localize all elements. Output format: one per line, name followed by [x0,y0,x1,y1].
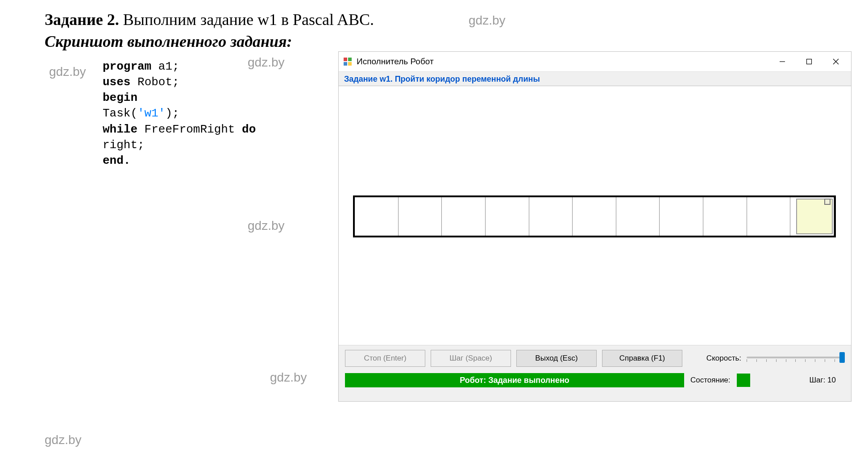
cell [399,197,442,236]
status-bar: Робот: Задание выполнено [345,373,684,387]
task-text: Выполним задание w1 в Pascal ABC. [123,11,374,29]
code-editor[interactable]: program a1; uses Robot; begin Task('w1')… [103,57,256,169]
maximize-button[interactable] [796,53,822,71]
robot-position [796,199,833,234]
bottom-panel: Стоп (Enter) Шаг (Space) Выход (Esc) Спр… [339,345,851,401]
svg-rect-5 [807,59,812,64]
watermark: gdz.by [270,370,307,385]
corridor [353,195,836,237]
close-button[interactable] [822,53,849,71]
svg-rect-3 [348,62,352,66]
exit-button[interactable]: Выход (Esc) [516,350,597,367]
robot-window: Исполнитель Робот Задание w1. Пройти кор… [338,51,851,402]
screenshot-label: Скриншот выполненного задания: [45,33,292,50]
robot-mark-icon [824,199,831,205]
canvas-area [339,86,851,345]
help-button[interactable]: Справка (F1) [602,350,682,367]
minimize-button[interactable] [769,53,796,71]
cell [355,197,399,236]
task-label: Задание 2. [45,11,119,29]
titlebar[interactable]: Исполнитель Робот [339,52,851,72]
app-icon [343,57,352,66]
state-label: Состояние: [690,376,731,385]
cell [442,197,486,236]
cell [486,197,529,236]
step-count: Шаг: 10 [809,376,836,385]
state-indicator [737,374,750,387]
speed-slider[interactable] [747,352,845,365]
speed-label: Скорость: [706,354,741,363]
cell [529,197,573,236]
svg-rect-1 [348,58,352,61]
stop-button[interactable]: Стоп (Enter) [345,350,425,367]
cell [703,197,747,236]
svg-rect-2 [344,62,347,66]
svg-rect-0 [344,58,347,61]
cell [573,197,616,236]
watermark: gdz.by [248,219,285,233]
window-title: Исполнитель Робот [357,57,769,66]
cell [660,197,703,236]
watermark: gdz.by [45,433,82,447]
step-button[interactable]: Шаг (Space) [431,350,511,367]
task-header: Задание w1. Пройти коридор переменной дл… [339,72,851,86]
cell [747,197,791,236]
cell [616,197,660,236]
